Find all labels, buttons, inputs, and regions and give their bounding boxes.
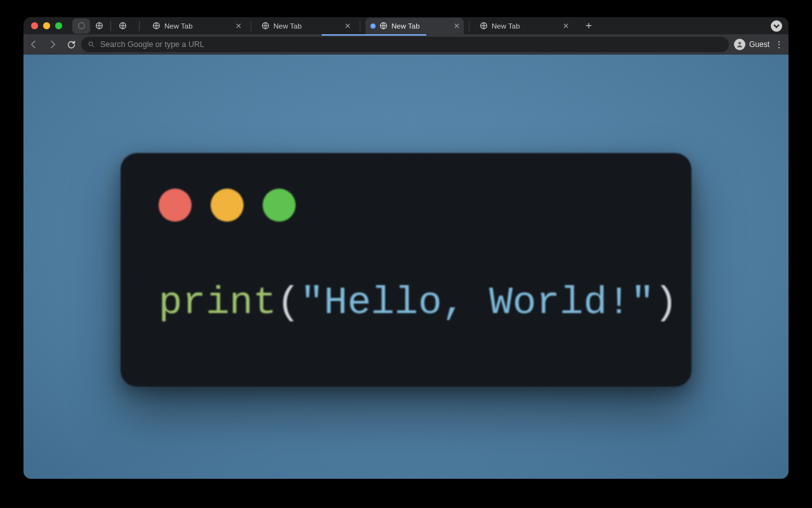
traffic-minimize-icon[interactable]	[43, 22, 50, 29]
code-line: print("Hello, World!")	[159, 280, 653, 325]
pinned-tab-2[interactable]	[90, 18, 108, 34]
tabs-separator	[139, 21, 140, 31]
code-card: print("Hello, World!")	[121, 153, 691, 387]
page-viewport: print("Hello, World!")	[23, 55, 789, 479]
tab-0[interactable]: New Tab ✕	[147, 18, 246, 34]
search-icon	[88, 41, 95, 48]
globe-icon	[77, 22, 86, 30]
tab-2[interactable]: New Tab ✕	[365, 18, 464, 34]
menu-button[interactable]: ⋮	[775, 39, 783, 50]
loading-dot-icon	[370, 23, 376, 29]
card-dot-green-icon	[263, 189, 296, 222]
code-token-function: print	[159, 280, 277, 325]
new-tab-button[interactable]: ＋	[582, 19, 596, 33]
tab-label: New Tab	[391, 22, 420, 30]
traffic-zoom-icon[interactable]	[55, 22, 62, 29]
toolbar: Search Google or type a URL Guest ⋮	[23, 34, 789, 55]
close-icon[interactable]: ✕	[563, 22, 569, 30]
close-icon[interactable]: ✕	[235, 22, 242, 30]
card-dot-yellow-icon	[211, 189, 244, 222]
tab-label: New Tab	[273, 22, 302, 30]
globe-icon	[379, 22, 388, 30]
omnibox-placeholder: Search Google or type a URL	[100, 40, 204, 49]
browser-window: New Tab ✕ New Tab ✕ New Tab ✕ New Tab ✕ …	[23, 17, 789, 479]
forward-icon[interactable]	[48, 39, 58, 50]
tabs-overflow-button[interactable]	[771, 20, 782, 32]
chevron-down-icon	[773, 23, 780, 29]
code-token-paren-open: (	[277, 280, 300, 325]
tab-strip: New Tab ✕ New Tab ✕ New Tab ✕ New Tab ✕ …	[23, 17, 789, 34]
globe-icon	[152, 22, 160, 30]
code-token-string: "Hello, World!"	[300, 280, 654, 325]
pinned-tab-3[interactable]	[114, 18, 131, 34]
globe-icon	[119, 22, 127, 30]
globe-icon	[261, 22, 270, 30]
back-icon[interactable]	[29, 39, 39, 50]
svg-point-0	[78, 23, 84, 29]
nav-buttons	[29, 39, 76, 50]
profile-chip[interactable]: Guest	[734, 39, 769, 50]
window-traffic-lights	[31, 22, 62, 29]
pinned-tabs	[72, 18, 131, 34]
reload-icon[interactable]	[67, 40, 76, 50]
svg-point-7	[89, 42, 93, 46]
globe-icon	[480, 22, 488, 30]
close-icon[interactable]: ✕	[344, 22, 351, 30]
active-tab-underline	[322, 34, 426, 36]
traffic-close-icon[interactable]	[31, 22, 38, 29]
close-icon[interactable]: ✕	[454, 22, 460, 30]
card-dot-red-icon	[159, 189, 192, 222]
tab-1[interactable]: New Tab ✕	[256, 18, 355, 34]
globe-icon	[95, 22, 103, 30]
tab-label: New Tab	[164, 22, 193, 30]
svg-point-8	[738, 42, 741, 44]
tab-label: New Tab	[492, 22, 520, 30]
profile-label: Guest	[749, 40, 769, 49]
pinned-separator	[110, 21, 111, 31]
tab-3[interactable]: New Tab ✕	[475, 18, 573, 34]
card-traffic-lights	[159, 189, 653, 222]
code-token-paren-close: )	[654, 280, 678, 325]
pinned-tab-1[interactable]	[72, 18, 90, 34]
omnibox[interactable]: Search Google or type a URL	[81, 37, 729, 52]
avatar-icon	[734, 39, 745, 50]
